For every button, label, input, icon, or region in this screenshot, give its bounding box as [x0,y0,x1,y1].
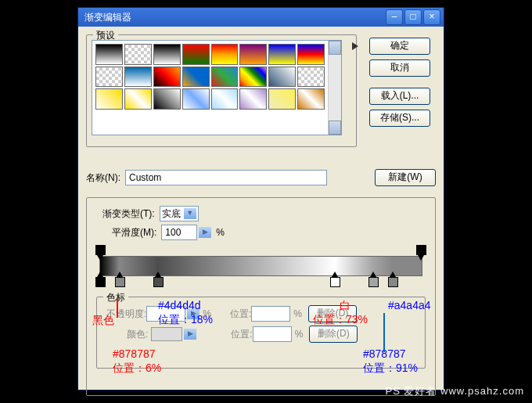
play-icon[interactable] [352,42,358,50]
pct-suffix: % [293,308,302,319]
preset-swatch[interactable] [297,44,325,65]
watermark: PS 爱好者 www.psahz.com [386,384,525,398]
chevron-down-icon: ▼ [184,208,196,219]
preset-swatch[interactable] [239,67,267,88]
delete-button[interactable]: 删除(D) [308,305,357,322]
opacity-label: 不透明度: [106,308,146,321]
preset-swatch[interactable] [153,67,181,88]
color-label: 颜色: [127,328,148,341]
gradient-bar[interactable] [99,256,422,276]
opacity-stop[interactable] [416,245,426,255]
preset-swatch[interactable] [211,67,239,88]
chevron-right-icon[interactable]: ▶ [187,308,200,319]
color-location-input[interactable] [253,326,292,342]
preset-swatch[interactable] [268,67,296,88]
preset-swatches[interactable] [92,41,328,135]
dialog-title: 渐变编辑器 [81,11,384,24]
name-input[interactable] [125,170,327,185]
stops-legend: 色标 [103,291,128,304]
preset-swatch[interactable] [211,44,239,65]
preset-swatch[interactable] [182,44,210,65]
preset-swatch[interactable] [297,88,325,110]
preset-swatch[interactable] [124,88,152,110]
color-stop-white[interactable] [330,277,340,287]
opacity-stop[interactable] [95,245,106,255]
preset-swatch[interactable] [239,88,267,110]
new-button[interactable]: 新建(W) [375,169,436,186]
chevron-right-icon[interactable]: ▶ [199,227,211,238]
preset-swatch[interactable] [268,44,296,65]
color-stop-4d4d4d[interactable] [153,277,164,287]
ok-button[interactable]: 确定 [369,38,430,55]
preset-swatch[interactable] [239,44,267,65]
preset-swatch[interactable] [95,67,123,88]
color-stop-878787-2[interactable] [388,277,398,287]
cancel-button[interactable]: 取消 [369,59,430,77]
smoothness-input[interactable] [161,225,197,240]
gradient-editor-dialog: 渐变编辑器 – □ × 预设 [77,7,444,390]
presets-box [92,40,342,135]
preset-swatch[interactable] [124,44,152,65]
maximize-button[interactable]: □ [404,9,422,25]
color-stop-878787-1[interactable] [115,277,125,287]
opacity-input[interactable] [146,306,185,322]
preset-swatch[interactable] [153,44,181,65]
preset-swatch[interactable] [297,67,325,88]
opacity-location-input[interactable] [251,306,290,322]
gradient-type-value: 实底 [162,207,181,221]
scroll-up-icon[interactable] [329,41,341,55]
titlebar[interactable]: 渐变编辑器 – □ × [78,8,444,27]
preset-swatch[interactable] [95,88,123,110]
preset-swatch[interactable] [182,88,210,110]
chevron-right-icon[interactable]: ▶ [184,329,196,340]
preset-swatch[interactable] [95,44,123,65]
preset-swatch[interactable] [268,88,296,110]
color-stop-a4a4a4[interactable] [368,277,379,287]
scroll-down-icon[interactable] [329,121,341,135]
preset-swatch[interactable] [153,88,181,110]
annotation-line-icon [383,313,385,352]
preset-swatch[interactable] [211,88,239,110]
location-label-2: 位置: [231,328,252,341]
load-button[interactable]: 载入(L)... [369,88,430,105]
preset-swatch[interactable] [182,67,210,88]
color-stop-black[interactable] [95,277,106,287]
presets-scrollbar[interactable] [328,41,341,135]
close-button[interactable]: × [423,9,440,25]
location-label: 位置: [230,308,251,321]
pct-suffix: % [295,329,304,340]
smoothness-label: 平滑度(M): [112,226,156,239]
color-swatch[interactable] [151,327,182,341]
annotation-line-icon [117,299,118,318]
name-label: 名称(N): [86,171,120,185]
pct-suffix: % [203,308,211,319]
preset-swatch[interactable] [124,67,152,88]
delete-button-2[interactable]: 删除(D) [309,326,358,343]
smoothness-suffix: % [216,227,225,238]
gradient-type-label: 渐变类型(T): [102,207,155,221]
gradient-type-select[interactable]: 实底 ▼ [160,206,199,221]
save-button[interactable]: 存储(S)... [369,110,430,127]
minimize-button[interactable]: – [386,9,403,25]
